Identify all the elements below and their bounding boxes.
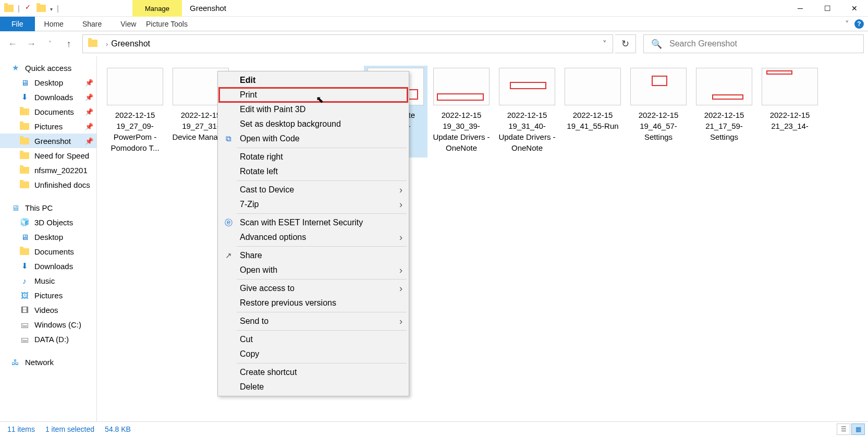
- sidebar-item-unfinished[interactable]: Unfinished docs: [0, 177, 96, 192]
- nav-label: Downloads: [34, 262, 73, 271]
- ctx-cast-to-device[interactable]: Cast to Device: [219, 183, 408, 197]
- file-item[interactable]: 2022-12-15 21_23_14-: [758, 66, 822, 158]
- nav-label: Desktop: [34, 233, 63, 241]
- sidebar-item-pictures[interactable]: Pictures📌: [0, 119, 96, 134]
- nav-label: Videos: [34, 306, 58, 314]
- details-view-button[interactable]: ☰: [837, 423, 850, 435]
- file-item[interactable]: 2022-12-15 19_41_55-Run: [561, 66, 625, 158]
- sidebar-item-3d[interactable]: 🧊3D Objects: [0, 215, 96, 229]
- file-grid: 2022-12-15 19_27_09-PowerPom - Pomodoro …: [102, 66, 863, 158]
- this-pc[interactable]: 🖥This PC: [0, 200, 96, 215]
- sidebar-item-c-drive[interactable]: 🖴Windows (C:): [0, 317, 96, 332]
- forward-button[interactable]: →: [23, 35, 40, 52]
- address-dropdown-icon[interactable]: ˅: [597, 39, 613, 49]
- file-item[interactable]: 2022-12-15 19_30_39-Update Drivers - One…: [430, 66, 493, 158]
- thumbnail: [762, 68, 818, 105]
- ctx-open-with[interactable]: Open with: [219, 263, 408, 277]
- video-icon: 🎞: [20, 305, 29, 314]
- nav-label: 3D Objects: [34, 218, 73, 227]
- sidebar-item-dl2[interactable]: ⬇Downloads: [0, 259, 96, 273]
- ctx-share[interactable]: ↗Share: [219, 248, 408, 263]
- share-tab[interactable]: Share: [73, 17, 111, 31]
- sidebar-item-desktop2[interactable]: 🖥Desktop: [0, 229, 96, 244]
- file-name: 2022-12-15 21_17_59-Settings: [692, 110, 756, 142]
- up-button[interactable]: ↑: [60, 35, 77, 52]
- close-button[interactable]: ✕: [841, 0, 868, 17]
- home-tab[interactable]: Home: [35, 17, 73, 31]
- properties-icon[interactable]: [24, 4, 32, 13]
- vscode-icon: ⧉: [223, 134, 234, 143]
- ctx-paint3d[interactable]: Edit with Paint 3D: [219, 102, 408, 117]
- ctx-rotate-left[interactable]: Rotate left: [219, 164, 408, 179]
- ctx-scan-eset[interactable]: ⓔScan with ESET Internet Security: [219, 215, 408, 230]
- qat-dropdown-icon[interactable]: [50, 4, 53, 13]
- ctx-advanced-options[interactable]: Advanced options: [219, 230, 408, 245]
- quick-access[interactable]: ★Quick access: [0, 60, 96, 75]
- content-area: 2022-12-15 19_27_09-PowerPom - Pomodoro …: [97, 56, 868, 421]
- desktop-icon: 🖥: [20, 232, 29, 241]
- picture-tools-tab[interactable]: Picture Tools: [137, 17, 197, 31]
- nav-label: Network: [25, 358, 54, 367]
- ctx-set-wallpaper[interactable]: Set as desktop background: [219, 117, 408, 131]
- ctx-restore-previous[interactable]: Restore previous versions: [219, 296, 408, 310]
- ctx-send-to[interactable]: Send to: [219, 314, 408, 329]
- folder-icon: [20, 152, 29, 159]
- network[interactable]: 🖧Network: [0, 355, 96, 369]
- new-folder-icon[interactable]: [36, 5, 46, 12]
- thumbnail: [696, 68, 752, 105]
- ctx-open-with-code[interactable]: ⧉Open with Code: [219, 131, 408, 146]
- sidebar-item-pics2[interactable]: 🖼Pictures: [0, 288, 96, 302]
- nav-label: Pictures: [34, 122, 63, 131]
- ctx-delete[interactable]: Delete: [219, 380, 408, 394]
- recent-locations-icon[interactable]: ˅: [42, 35, 58, 52]
- ribbon-tabs: File Home Share View Picture Tools ˅ ?: [0, 17, 868, 31]
- minimize-button[interactable]: ─: [787, 0, 814, 17]
- context-menu: Edit Print Edit with Paint 3D Set as des…: [217, 71, 409, 396]
- file-item[interactable]: 2022-12-15 19_27_09-PowerPom - Pomodoro …: [103, 66, 167, 158]
- maximize-button[interactable]: ☐: [814, 0, 841, 17]
- thumbnail: [499, 68, 555, 105]
- pictures-icon: 🖼: [20, 290, 29, 300]
- search-box[interactable]: 🔍: [643, 34, 864, 53]
- sidebar-item-documents[interactable]: Documents📌: [0, 104, 96, 119]
- sidebar-item-nfsmw[interactable]: nfsmw_202201: [0, 163, 96, 177]
- sidebar-item-greenshot[interactable]: Greenshot📌: [0, 134, 96, 148]
- nav-label: Documents: [34, 247, 74, 256]
- ctx-separator: [237, 330, 407, 331]
- ctx-copy[interactable]: Copy: [219, 347, 408, 361]
- thumbnails-view-button[interactable]: ▦: [851, 423, 865, 435]
- search-input[interactable]: [669, 39, 856, 49]
- address-bar[interactable]: › Greenshot ˅: [82, 34, 613, 53]
- sidebar-item-music[interactable]: ♪Music: [0, 273, 96, 288]
- nav-label: Quick access: [25, 64, 71, 72]
- sidebar-item-nfs[interactable]: Need for Speed: [0, 148, 96, 163]
- back-button[interactable]: ←: [4, 35, 21, 52]
- ctx-edit[interactable]: Edit: [219, 73, 408, 88]
- collapse-ribbon-icon[interactable]: ˅: [845, 19, 849, 29]
- sidebar-item-downloads[interactable]: ⬇Downloads📌: [0, 90, 96, 104]
- manage-contextual-tab[interactable]: Manage: [132, 0, 182, 17]
- file-item[interactable]: 2022-12-15 19_31_40-Update Drivers - One…: [495, 66, 559, 158]
- sidebar-item-desktop[interactable]: 🖥Desktop📌: [0, 75, 96, 90]
- ctx-create-shortcut[interactable]: Create shortcut: [219, 365, 408, 380]
- folder-icon: [20, 123, 29, 130]
- nav-label: Music: [34, 276, 55, 285]
- refresh-button[interactable]: ↻: [615, 34, 636, 53]
- ctx-give-access-to[interactable]: Give access to: [219, 281, 408, 296]
- sidebar-item-videos[interactable]: 🎞Videos: [0, 302, 96, 317]
- search-icon: 🔍: [651, 39, 662, 50]
- ctx-7zip[interactable]: 7-Zip: [219, 197, 408, 212]
- ctx-print[interactable]: Print: [219, 88, 408, 102]
- star-icon: ★: [10, 63, 20, 72]
- sidebar-item-d-drive[interactable]: 🖴DATA (D:): [0, 332, 96, 346]
- ctx-rotate-right[interactable]: Rotate right: [219, 150, 408, 164]
- chevron-right-icon[interactable]: ›: [103, 40, 111, 48]
- sidebar-item-docs2[interactable]: Documents: [0, 244, 96, 259]
- ctx-cut[interactable]: Cut: [219, 332, 408, 347]
- file-tab[interactable]: File: [0, 17, 35, 31]
- help-icon[interactable]: ?: [854, 19, 864, 29]
- file-item[interactable]: 2022-12-15 21_17_59-Settings: [692, 66, 756, 158]
- nav-label: Unfinished docs: [34, 180, 90, 189]
- breadcrumb-current[interactable]: Greenshot: [111, 39, 150, 49]
- file-item[interactable]: 2022-12-15 19_46_57-Settings: [627, 66, 690, 158]
